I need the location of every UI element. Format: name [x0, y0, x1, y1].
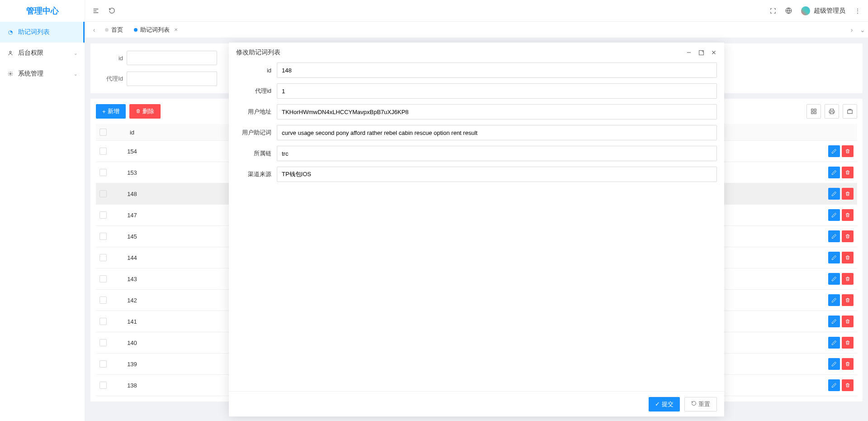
- language-icon[interactable]: [785, 7, 792, 14]
- row-delete-button[interactable]: [842, 316, 854, 327]
- close-icon[interactable]: [711, 49, 717, 56]
- tab-mnemonic-list[interactable]: 助记词列表 ✕: [128, 22, 183, 38]
- row-delete-button[interactable]: [842, 252, 854, 263]
- delete-button[interactable]: 删除: [129, 104, 161, 119]
- form-label-agent-id: 代理id: [236, 87, 277, 95]
- sidebar-item-permissions[interactable]: 后台权限 ⌄: [0, 43, 85, 63]
- cell-id: 141: [114, 311, 150, 332]
- row-checkbox[interactable]: [100, 254, 107, 261]
- trash-icon: [136, 108, 141, 115]
- submit-button[interactable]: ✓ 提交: [649, 397, 680, 411]
- dashboard-icon: ◔: [7, 29, 14, 35]
- row-checkbox[interactable]: [100, 148, 107, 155]
- tab-dot-icon: [134, 28, 138, 32]
- sidebar-item-system[interactable]: 系统管理 ⌄: [0, 63, 85, 84]
- sidebar-item-mnemonic-list[interactable]: ◔ 助记词列表: [0, 22, 85, 43]
- collapse-menu-icon[interactable]: [92, 7, 100, 14]
- cell-id: 147: [114, 205, 150, 226]
- print-button[interactable]: [825, 104, 839, 119]
- row-delete-button[interactable]: [842, 188, 854, 200]
- row-checkbox[interactable]: [100, 382, 107, 389]
- form-input-agent-id[interactable]: [277, 83, 717, 99]
- cell-id: 140: [114, 332, 150, 354]
- row-edit-button[interactable]: [828, 316, 840, 327]
- sidebar-item-label: 后台权限: [18, 49, 43, 57]
- minimize-icon[interactable]: [686, 49, 692, 56]
- modal-body: id 代理id 用户地址 用户助记词 所属链 渠道来源: [229, 62, 724, 391]
- row-edit-button[interactable]: [828, 379, 840, 391]
- search-input-id[interactable]: [127, 51, 217, 65]
- tab-menu[interactable]: ⌄: [857, 22, 868, 38]
- row-delete-button[interactable]: [842, 337, 854, 349]
- row-checkbox[interactable]: [100, 190, 107, 197]
- user-menu[interactable]: 超级管理员: [801, 6, 845, 15]
- add-button[interactable]: + 新增: [96, 104, 126, 119]
- form-input-id[interactable]: [277, 62, 717, 78]
- refresh-icon[interactable]: [109, 7, 115, 14]
- search-label-agent-id: 代理Id: [98, 75, 123, 83]
- row-edit-button[interactable]: [828, 337, 840, 349]
- user-name: 超级管理员: [814, 7, 845, 15]
- button-label: 新增: [108, 107, 119, 115]
- row-edit-button[interactable]: [828, 252, 840, 263]
- row-edit-button[interactable]: [828, 167, 840, 178]
- row-checkbox[interactable]: [100, 211, 107, 219]
- tab-prev[interactable]: ‹: [89, 22, 100, 38]
- export-button[interactable]: [843, 104, 857, 119]
- row-checkbox[interactable]: [100, 360, 107, 368]
- form-label-user-address: 用户地址: [236, 108, 277, 116]
- row-edit-button[interactable]: [828, 230, 840, 242]
- maximize-icon[interactable]: [698, 49, 704, 56]
- row-checkbox[interactable]: [100, 169, 107, 176]
- row-delete-button[interactable]: [842, 230, 854, 242]
- tabs-bar: ‹ 首页 助记词列表 ✕ › ⌄: [85, 22, 868, 38]
- sidebar-item-label: 系统管理: [18, 70, 43, 78]
- tab-next[interactable]: ›: [846, 22, 857, 38]
- svg-rect-6: [814, 112, 816, 114]
- checkbox-all[interactable]: [100, 129, 107, 136]
- svg-rect-3: [811, 109, 813, 111]
- row-delete-button[interactable]: [842, 209, 854, 221]
- search-input-agent-id[interactable]: [127, 72, 217, 86]
- row-edit-button[interactable]: [828, 188, 840, 200]
- form-input-user-address[interactable]: [277, 104, 717, 120]
- row-delete-button[interactable]: [842, 358, 854, 370]
- row-checkbox[interactable]: [100, 339, 107, 346]
- chevron-down-icon: ⌄: [74, 72, 77, 77]
- gear-icon: [7, 71, 14, 77]
- reset-icon: [691, 401, 697, 407]
- row-edit-button[interactable]: [828, 358, 840, 370]
- row-edit-button[interactable]: [828, 145, 840, 157]
- row-delete-button[interactable]: [842, 145, 854, 157]
- row-checkbox[interactable]: [100, 318, 107, 325]
- row-delete-button[interactable]: [842, 273, 854, 285]
- cell-id: 154: [114, 141, 150, 162]
- cell-id: 138: [114, 375, 150, 396]
- row-checkbox[interactable]: [100, 275, 107, 282]
- more-icon[interactable]: ⋮: [854, 7, 861, 14]
- row-checkbox[interactable]: [100, 233, 107, 240]
- form-label-mnemonic: 用户助记词: [236, 129, 277, 137]
- reset-button[interactable]: 重置: [684, 397, 717, 411]
- svg-rect-9: [699, 50, 704, 55]
- columns-button[interactable]: [806, 104, 821, 119]
- avatar: [801, 6, 810, 15]
- row-delete-button[interactable]: [842, 167, 854, 178]
- col-header-id: id: [114, 124, 150, 141]
- row-edit-button[interactable]: [828, 273, 840, 285]
- modal-title: 修改助记词列表: [236, 48, 280, 57]
- cell-id: 145: [114, 226, 150, 247]
- row-edit-button[interactable]: [828, 294, 840, 306]
- form-input-mnemonic[interactable]: [277, 125, 717, 140]
- form-input-chain[interactable]: [277, 146, 717, 161]
- row-delete-button[interactable]: [842, 379, 854, 391]
- tab-home[interactable]: 首页: [100, 22, 128, 38]
- form-input-channel[interactable]: [277, 167, 717, 182]
- modal-footer: ✓ 提交 重置: [229, 391, 724, 416]
- close-icon[interactable]: ✕: [174, 27, 178, 32]
- row-checkbox[interactable]: [100, 297, 107, 304]
- row-delete-button[interactable]: [842, 294, 854, 306]
- cell-id: 153: [114, 162, 150, 183]
- fullscreen-icon[interactable]: [770, 8, 776, 14]
- row-edit-button[interactable]: [828, 209, 840, 221]
